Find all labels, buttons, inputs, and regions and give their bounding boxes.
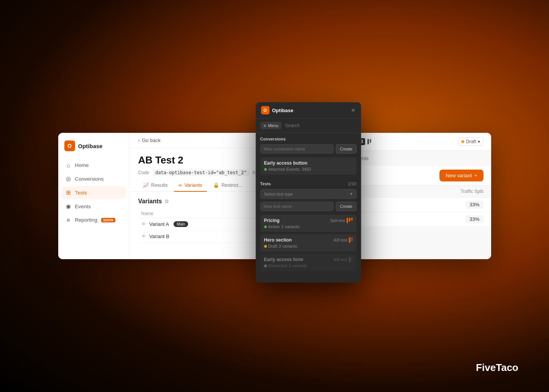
test-item-pricing-header: Pricing Split test	[264, 218, 352, 223]
test-item-pricing-meta: Active 2 variants	[264, 224, 352, 229]
tab-results-icon: 📈	[143, 182, 149, 188]
test-item-earlyaccess-meta: Restricted 2 variants	[264, 263, 352, 268]
select-test-type-dropdown[interactable]: Select test type ▾	[260, 189, 356, 199]
pricing-status-dot	[264, 225, 267, 228]
sidebar-item-tests[interactable]: ⊞ Tests	[61, 186, 126, 199]
scroll-fade	[256, 275, 361, 283]
sidebar-item-conversions[interactable]: ◎ Conversions	[61, 172, 126, 185]
hero-status-dot	[264, 245, 267, 248]
menu-label: Menu	[268, 123, 279, 128]
pricing-status: Active	[268, 224, 280, 229]
dropdown-chevron-icon: ▾	[478, 139, 480, 144]
eye-icon[interactable]: 👁	[141, 221, 146, 227]
test-item-hero[interactable]: Hero section A/B test Draft 2 variants	[260, 234, 356, 252]
home-icon: ⌂	[65, 162, 72, 168]
settings-icon[interactable]: ⚙	[164, 199, 169, 204]
tab-restrictions-icon: 🔒	[213, 182, 219, 188]
variant-name-b: Variant B	[149, 234, 170, 239]
test-name-input[interactable]	[260, 202, 334, 211]
tab-restrictions[interactable]: 🔒 Restrict...	[208, 179, 247, 192]
sidebar-item-label-reporting: Reporting	[75, 217, 98, 223]
test-item-hero-meta: Draft 2 variants	[264, 244, 352, 248]
soon-badge: SOON	[101, 218, 115, 222]
test-create-button[interactable]: Create	[336, 202, 356, 211]
split-bars-icon	[367, 139, 371, 145]
eye-icon[interactable]: 👁	[141, 234, 146, 239]
tests-header-row: Tests 2/10	[260, 181, 356, 186]
popup-logo-icon: O	[261, 106, 269, 114]
conversions-icon: ◎	[65, 175, 72, 182]
popup-toolbar: ≡ Menu	[256, 119, 361, 133]
fivetaco-brand: FiveTaco	[476, 362, 518, 374]
test-item-earlyaccess-header: Early access form A/B test	[264, 257, 352, 262]
sidebar-nav: ⌂ Home ◎ Conversions ⊞ Tests ◉ Events ≡	[58, 159, 129, 226]
hero-variants: 2 variants	[279, 244, 297, 248]
traffic-row-2: 33%	[346, 212, 491, 226]
test-item-earlyaccess-title: Early access form	[264, 257, 303, 262]
logo-icon: O	[64, 140, 75, 151]
traffic-split-label: Traffic Split	[461, 189, 483, 194]
new-variant-bar: New variant +	[346, 166, 491, 186]
sidebar-item-label-home: Home	[75, 162, 89, 168]
earlyaccess-status-dot	[264, 265, 267, 267]
tests-section-title: Tests	[260, 181, 271, 186]
logo-text: Optibase	[78, 143, 103, 149]
test-type-ab: A/B test	[334, 237, 352, 243]
test-item-earlyaccess[interactable]: Early access form A/B test Restricted 2 …	[260, 254, 356, 271]
earlyaccess-status: Restricted	[268, 263, 287, 268]
popup-close-button[interactable]: ✕	[351, 107, 356, 113]
popup-header: O Optibase ✕	[256, 102, 361, 119]
tests-count: 2/10	[348, 181, 356, 186]
tab-results[interactable]: 📈 Results	[138, 179, 172, 192]
sidebar-item-home[interactable]: ⌂ Home	[61, 159, 126, 172]
main-badge: Main	[174, 221, 188, 227]
conversions-section-title: Conversions	[260, 137, 356, 141]
status-attached-dot	[264, 168, 267, 171]
ab-bars-icon-2	[349, 257, 352, 262]
hamburger-icon: ≡	[264, 123, 266, 128]
new-variant-label: New variant	[446, 173, 472, 178]
pricing-variants: 2 variants	[281, 224, 300, 229]
test-item-pricing[interactable]: Pricing Split test Active 2 variants	[260, 215, 356, 232]
page-title: AB Test 2	[138, 154, 184, 166]
conversion-status: Attached	[268, 167, 285, 172]
draft-badge[interactable]: Draft ▾	[458, 137, 483, 146]
conversion-item[interactable]: Early access button Attached Events: 345…	[260, 157, 356, 175]
sidebar-item-events[interactable]: ◉ Events	[61, 200, 126, 213]
conversion-name-input[interactable]	[260, 144, 334, 154]
test-name-row: Create	[260, 202, 356, 211]
sidebar-item-label-tests: Tests	[75, 190, 87, 196]
tab-variants[interactable]: ∞ Variants	[174, 179, 207, 192]
main-wrapper: O Optibase ⌂ Home ◎ Conversions ⊞ Tests …	[0, 0, 549, 392]
tab-results-label: Results	[151, 182, 168, 188]
code-value: data-optibase-test-id="ab_test_2"	[153, 169, 249, 176]
test-type-ab-2: A/B test	[334, 257, 352, 262]
events-icon: ◉	[65, 203, 72, 210]
plus-icon: +	[474, 173, 477, 178]
new-variant-button[interactable]: New variant +	[439, 170, 483, 181]
tab-variants-icon: ∞	[179, 182, 182, 188]
hero-status: Draft	[268, 244, 277, 248]
tab-restrictions-label: Restrict...	[221, 182, 243, 188]
sidebar-item-reporting[interactable]: ≡ Reporting SOON	[61, 214, 126, 226]
sidebar-item-label-events: Events	[75, 204, 91, 209]
traffic-split-header: Traffic Split	[346, 186, 491, 197]
go-back-label: Go back	[142, 137, 161, 143]
chevron-down-icon: ▾	[350, 191, 352, 196]
popup-logo-text: Optibase	[272, 108, 293, 113]
copy-icon[interactable]: ⎘	[253, 170, 256, 175]
earlyaccess-variants: 2 variants	[289, 263, 307, 268]
traffic-percent-1: 33%	[465, 201, 483, 209]
popup-logo: O Optibase	[261, 106, 293, 114]
events-label: Events	[346, 151, 491, 166]
test-item-hero-title: Hero section	[264, 237, 292, 243]
sidebar: O Optibase ⌂ Home ◎ Conversions ⊞ Tests …	[58, 133, 129, 259]
search-input[interactable]	[285, 123, 356, 128]
conversion-input-row: Create	[260, 144, 356, 154]
draft-status-dot	[461, 140, 464, 143]
conversion-create-button[interactable]: Create	[336, 144, 356, 154]
ab-bars-icon	[349, 237, 352, 243]
test-item-pricing-title: Pricing	[264, 218, 280, 223]
menu-button[interactable]: ≡ Menu	[260, 122, 282, 129]
split-icon	[346, 218, 352, 223]
